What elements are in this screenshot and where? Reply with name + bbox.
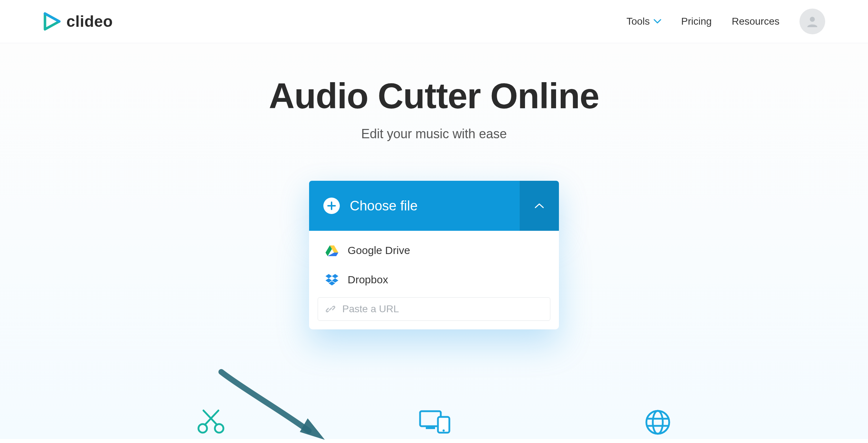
chevron-down-icon bbox=[653, 19, 661, 24]
user-icon bbox=[806, 15, 819, 28]
upload-panel: Choose file Google Dr bbox=[309, 181, 559, 329]
svg-point-0 bbox=[810, 17, 815, 22]
source-dropbox-label: Dropbox bbox=[348, 274, 388, 286]
source-google-drive[interactable]: Google Drive bbox=[309, 236, 559, 265]
svg-point-11 bbox=[215, 424, 223, 433]
svg-marker-4 bbox=[326, 274, 332, 278]
dropbox-icon bbox=[326, 274, 338, 285]
main-content: Audio Cutter Online Edit your music with… bbox=[0, 43, 868, 439]
source-dropdown: Google Drive Dropbox bbox=[309, 231, 559, 329]
svg-point-17 bbox=[653, 411, 663, 434]
page-subtitle: Edit your music with ease bbox=[0, 126, 868, 141]
nav-resources[interactable]: Resources bbox=[732, 16, 779, 27]
play-triangle-icon bbox=[43, 12, 61, 31]
link-icon bbox=[325, 304, 336, 314]
svg-point-15 bbox=[443, 429, 445, 432]
devices-icon bbox=[419, 409, 451, 435]
plus-circle-icon bbox=[323, 198, 340, 214]
nav-tools-label: Tools bbox=[626, 16, 650, 27]
feature-icons-row bbox=[0, 409, 868, 435]
source-dropdown-toggle[interactable] bbox=[520, 181, 559, 231]
svg-point-10 bbox=[198, 424, 207, 433]
scissors-icon bbox=[197, 409, 225, 435]
svg-marker-5 bbox=[332, 274, 338, 278]
nav-resources-label: Resources bbox=[732, 16, 779, 27]
choose-file-row: Choose file bbox=[309, 181, 559, 231]
top-nav: Tools Pricing Resources bbox=[626, 9, 825, 34]
logo[interactable]: clideo bbox=[43, 12, 113, 31]
logo-text: clideo bbox=[66, 13, 113, 30]
source-dropbox[interactable]: Dropbox bbox=[309, 265, 559, 294]
nav-pricing[interactable]: Pricing bbox=[681, 16, 712, 27]
url-input-wrap[interactable] bbox=[318, 297, 550, 321]
site-header: clideo Tools Pricing Resources bbox=[0, 0, 868, 43]
nav-pricing-label: Pricing bbox=[681, 16, 712, 27]
choose-file-label: Choose file bbox=[350, 198, 418, 214]
nav-tools[interactable]: Tools bbox=[626, 16, 661, 27]
globe-icon bbox=[645, 409, 671, 435]
google-drive-icon bbox=[326, 245, 338, 256]
chevron-up-icon bbox=[534, 203, 544, 209]
svg-point-16 bbox=[646, 411, 669, 434]
source-google-drive-label: Google Drive bbox=[348, 244, 410, 257]
account-avatar[interactable] bbox=[799, 9, 825, 34]
url-input[interactable] bbox=[342, 303, 543, 315]
choose-file-button[interactable]: Choose file bbox=[309, 181, 520, 231]
page-title: Audio Cutter Online bbox=[0, 75, 868, 116]
svg-rect-13 bbox=[426, 427, 435, 429]
